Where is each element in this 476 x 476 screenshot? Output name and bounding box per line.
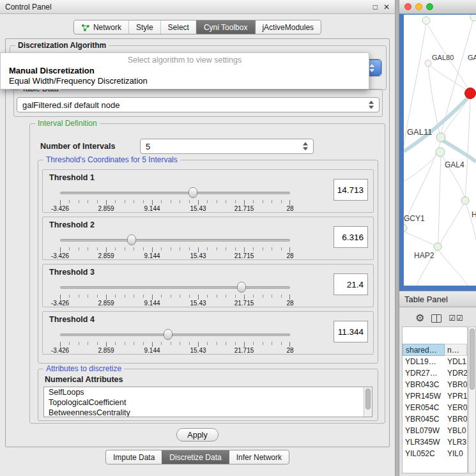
threshold-value-field[interactable]: 14.713 xyxy=(334,179,368,201)
float-window-icon[interactable]: □ xyxy=(373,3,378,11)
network-node[interactable] xyxy=(470,15,476,21)
apply-button[interactable]: Apply xyxy=(176,428,219,441)
minimize-traffic-light-icon[interactable] xyxy=(415,3,422,10)
table-row[interactable]: YDL19…YDL1 xyxy=(403,356,467,367)
threshold-slider[interactable] xyxy=(60,328,290,341)
table-row[interactable]: YBR045CYBR0 xyxy=(403,413,467,425)
slider-track[interactable] xyxy=(60,334,290,336)
threshold-value-field[interactable]: 11.344 xyxy=(334,321,368,342)
table-row[interactable]: YIL052CYIL0 xyxy=(403,448,467,459)
scale-label: 28 xyxy=(286,300,293,307)
bottom-tabstrip: Impute Data Discretize Data Infer Networ… xyxy=(105,450,289,464)
threshold-value-field[interactable]: 6.316 xyxy=(334,226,368,248)
table-row[interactable]: YBL079WYBL0 xyxy=(403,425,467,436)
table-data-combobox[interactable]: galFiltered.sif default node xyxy=(17,97,380,112)
slider-major-ticks xyxy=(60,342,290,347)
node-label-gal4: GAL4 xyxy=(445,160,464,169)
threshold-slider[interactable] xyxy=(60,281,290,294)
tab-style[interactable]: Style xyxy=(128,20,160,34)
list-item[interactable]: BetweennessCentrality xyxy=(44,408,372,417)
network-node-gal4[interactable] xyxy=(436,148,445,157)
table-row[interactable]: YBR043CYBR0 xyxy=(403,379,467,390)
scale-label: -3.426 xyxy=(51,300,69,307)
close-icon[interactable]: ✕ xyxy=(383,3,390,11)
dropdown-option-equal-width-frequency[interactable]: Equal Width/Frequency Discretization xyxy=(1,75,369,86)
slider-thumb[interactable] xyxy=(164,329,173,340)
list-item[interactable]: TopologicalCoefficient xyxy=(44,397,372,408)
right-panel: GAL80 GA GAL11 GAL4 H GCY1 HAP2 Table Pa… xyxy=(399,0,476,476)
checkbox-icons[interactable]: ☑☑ xyxy=(449,314,464,322)
tab-impute-data[interactable]: Impute Data xyxy=(106,450,162,464)
table-row[interactable]: YLR345WYLR3 xyxy=(403,436,467,448)
network-node-hap2[interactable] xyxy=(434,243,441,250)
zoom-traffic-light-icon[interactable] xyxy=(426,3,433,10)
cyni-toolbox-panel: Discretization Algorithm Table Data galF… xyxy=(5,38,390,447)
network-node-gal80[interactable] xyxy=(425,60,431,66)
tab-network[interactable]: Network xyxy=(74,20,128,34)
column-header-shared-name[interactable]: shared… xyxy=(403,344,445,356)
network-node-gcy1[interactable] xyxy=(404,224,407,232)
table-row[interactable]: YPR145WYPR1 xyxy=(403,390,467,402)
network-canvas[interactable]: GAL80 GA GAL11 GAL4 H GCY1 HAP2 xyxy=(404,15,476,286)
scale-label: 21.715 xyxy=(234,205,254,212)
window-title: Control Panel xyxy=(5,3,367,12)
gear-icon[interactable]: ⚙ xyxy=(415,313,424,323)
tab-network-label: Network xyxy=(93,23,121,32)
threshold-slider[interactable] xyxy=(60,187,290,199)
slider-major-ticks xyxy=(60,247,290,252)
numerical-attributes-label: Numerical Attributes xyxy=(45,375,123,384)
interval-definition-group: Interval Definition Number of Intervals … xyxy=(29,123,385,424)
scale-label: 21.715 xyxy=(234,252,254,259)
table-body: YDL19…YDL1 YDR27…YDR2 YBR043CYBR0 YPR145… xyxy=(403,356,467,459)
network-node-gal11[interactable] xyxy=(436,133,445,142)
attributes-list[interactable]: SelfLoops TopologicalCoefficient Between… xyxy=(43,387,372,417)
tab-discretize-data[interactable]: Discretize Data xyxy=(162,450,228,464)
threshold-slider[interactable] xyxy=(60,234,290,247)
scale-label: -3.426 xyxy=(51,347,69,354)
slider-track[interactable] xyxy=(60,192,290,194)
slider-track[interactable] xyxy=(60,286,290,289)
chevron-up-icon xyxy=(369,64,374,67)
dropdown-option-manual-discretization[interactable]: Manual Discretization xyxy=(1,65,369,75)
thresholds-group: Threshold's Coordinates for 5 Intervals … xyxy=(38,160,378,364)
table-scrollbar[interactable] xyxy=(468,326,476,473)
node-label-gcy1: GCY1 xyxy=(404,214,425,223)
threshold-label: Threshold 4 xyxy=(49,315,95,324)
threshold-value-field[interactable]: 21.4 xyxy=(334,273,368,295)
network-view-window: GAL80 GA GAL11 GAL4 H GCY1 HAP2 xyxy=(399,0,476,291)
tab-cyni-toolbox[interactable]: Cyni Toolbox xyxy=(196,20,254,34)
control-panel-titlebar: Control Panel □ ✕ xyxy=(0,0,395,14)
slider-thumb[interactable] xyxy=(127,234,136,245)
network-node[interactable] xyxy=(461,197,469,204)
scale-label: 15.43 xyxy=(190,347,206,354)
scale-label: 15.43 xyxy=(190,252,206,259)
tab-infer-network[interactable]: Infer Network xyxy=(229,450,289,464)
tab-select[interactable]: Select xyxy=(160,20,196,34)
close-traffic-light-icon[interactable] xyxy=(404,3,411,10)
network-node-selected-red[interactable] xyxy=(465,88,476,99)
scrollbar-thumb[interactable] xyxy=(470,328,475,390)
slider-scale: -3.426 2.859 9.144 15.43 21.715 28 xyxy=(60,205,290,212)
scrollbar-thumb[interactable] xyxy=(365,388,371,410)
threshold-panel-4: Threshold 4 -3.426 2.859 9.144 15.43 xyxy=(42,311,374,355)
network-node[interactable] xyxy=(422,17,430,24)
list-scrollbar[interactable] xyxy=(364,387,372,417)
column-header-name[interactable]: n… xyxy=(445,344,467,356)
tab-jactivemodules[interactable]: jActiveModules xyxy=(254,20,321,34)
node-label-gal11: GAL11 xyxy=(407,127,433,137)
table-row[interactable]: YER054CYER0 xyxy=(403,402,467,413)
scale-label: 2.859 xyxy=(98,347,114,354)
control-panel-window: Control Panel □ ✕ Network Style Select C… xyxy=(0,0,395,476)
node-label-clipped: GA xyxy=(468,54,476,61)
slider-major-ticks xyxy=(60,200,290,205)
slider-track[interactable] xyxy=(60,239,290,242)
list-item[interactable]: SelfLoops xyxy=(44,387,372,397)
columns-icon[interactable] xyxy=(431,314,441,323)
thresholds-group-title: Threshold's Coordinates for 5 Intervals xyxy=(43,155,180,164)
slider-thumb[interactable] xyxy=(237,282,246,293)
node-label-clipped: H xyxy=(472,210,476,219)
number-of-intervals-combobox[interactable]: 5 xyxy=(140,139,314,154)
slider-thumb[interactable] xyxy=(188,187,197,198)
table-row[interactable]: YDR27…YDR2 xyxy=(403,367,467,379)
number-of-intervals-label: Number of Intervals xyxy=(40,142,115,151)
